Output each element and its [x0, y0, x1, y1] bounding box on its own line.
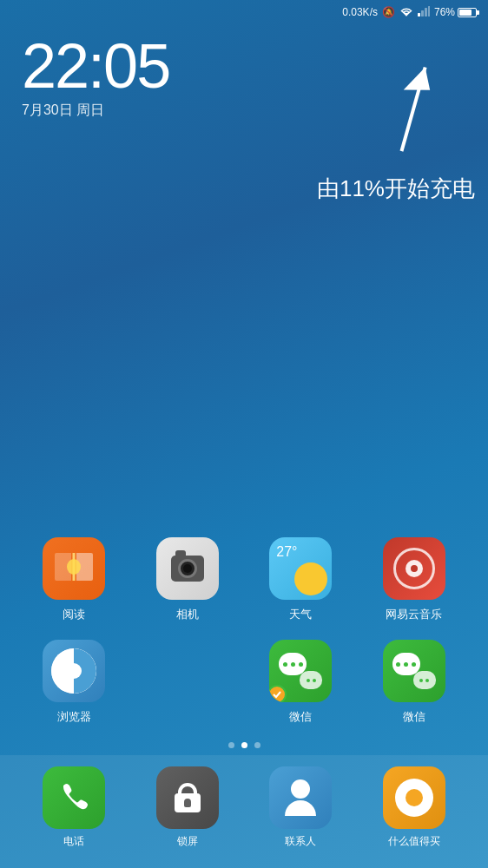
app-music-label: 网易云音乐 [386, 607, 442, 622]
dock: 电话 锁屏 联系人 什么值得买 [0, 755, 488, 868]
battery-percent: 76% [434, 6, 455, 18]
app-read[interactable]: 阅读 [35, 537, 113, 622]
network-speed: 0.03K/s [342, 6, 378, 18]
dock-contacts[interactable]: 联系人 [269, 766, 332, 849]
status-bar: 0.03K/s 🔕 76% [0, 0, 488, 24]
weather-temp: 27° [276, 544, 297, 560]
dock-phone[interactable]: 电话 [43, 766, 105, 849]
charging-indicator [379, 48, 440, 164]
charging-text: 由11%开始充电 [317, 174, 475, 204]
charging-message: 由11%开始充电 [317, 174, 475, 204]
signal-icon [418, 6, 430, 19]
app-weather[interactable]: 27° 天气 [261, 537, 340, 622]
dock-lockscreen[interactable]: 锁屏 [156, 766, 219, 849]
svg-rect-2 [425, 8, 427, 16]
page-indicator [0, 742, 488, 748]
mute-icon: 🔕 [382, 6, 395, 18]
app-wechat-badge[interactable]: 微信 [261, 640, 340, 725]
app-browser-label: 浏览器 [57, 709, 91, 725]
app-grid: 阅读 相机 27° 天气 [0, 537, 488, 742]
clock-date: 7月30日 周日 [22, 102, 169, 120]
dock-phone-label: 电话 [63, 834, 84, 849]
svg-marker-5 [404, 64, 434, 95]
app-wechat2-label: 微信 [403, 709, 425, 725]
app-wechat[interactable]: 微信 [375, 640, 453, 725]
app-weather-label: 天气 [289, 607, 312, 622]
svg-rect-0 [418, 13, 420, 16]
app-camera-label: 相机 [176, 607, 199, 622]
wifi-icon [399, 6, 413, 19]
battery-icon [458, 8, 479, 17]
svg-rect-3 [428, 6, 430, 16]
page-dot-1[interactable] [228, 742, 234, 748]
svg-rect-1 [421, 10, 424, 16]
battery-container: 76% [434, 6, 479, 18]
time-display: 22:05 7月30日 周日 [22, 35, 169, 120]
page-dot-2[interactable] [241, 742, 247, 748]
dock-contacts-label: 联系人 [285, 834, 316, 849]
app-empty [148, 640, 227, 725]
app-row-1: 阅读 相机 27° 天气 [17, 537, 471, 622]
app-camera[interactable]: 相机 [148, 537, 227, 622]
page-dot-3[interactable] [254, 742, 260, 748]
dock-lockscreen-label: 锁屏 [177, 834, 198, 849]
dock-smzdm[interactable]: 什么值得买 [383, 766, 445, 849]
app-music[interactable]: 网易云音乐 [375, 537, 453, 622]
app-row-2: 浏览器 [17, 640, 471, 725]
wechat-notification-badge [269, 685, 287, 702]
app-read-label: 阅读 [63, 607, 85, 622]
dock-smzdm-label: 什么值得买 [388, 834, 440, 849]
app-browser[interactable]: 浏览器 [35, 640, 113, 725]
app-wechat1-label: 微信 [289, 709, 312, 725]
clock-time: 22:05 [22, 35, 169, 97]
